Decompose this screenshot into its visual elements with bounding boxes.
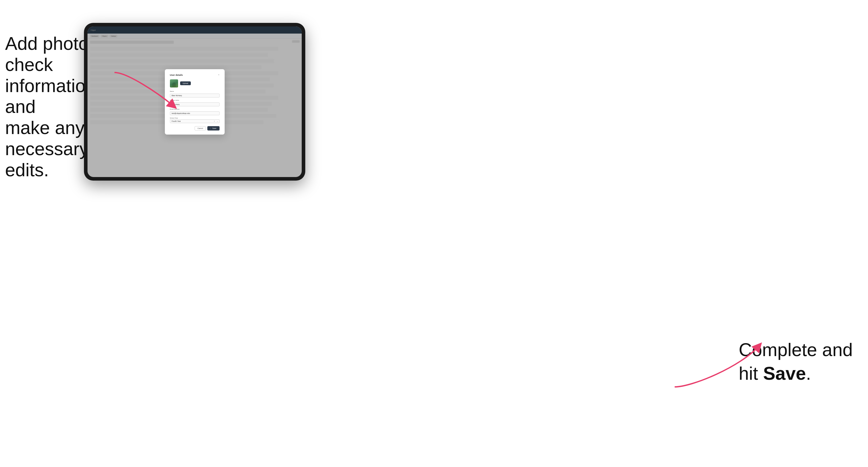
user-details-modal: User details × Upload Name	[165, 69, 225, 134]
email-label: Email address	[170, 108, 220, 110]
modal-footer: Cancel ↑ Save	[170, 126, 220, 130]
modal-overlay: User details × Upload Name	[88, 27, 302, 177]
school-year-select-wrapper: × ⌄	[170, 119, 220, 123]
name-field-group: Name	[170, 91, 220, 97]
email-field-group: Email address	[170, 108, 220, 115]
save-label: Save	[212, 127, 216, 129]
photo-section: Upload	[170, 80, 220, 88]
school-year-label: School Year	[170, 117, 220, 119]
email-input[interactable]	[170, 112, 220, 115]
school-year-field-group: School Year × ⌄	[170, 117, 220, 123]
display-name-label: Display name	[170, 99, 220, 101]
name-label: Name	[170, 91, 220, 92]
app-body: User details × Upload Name	[88, 39, 302, 177]
upload-photo-button[interactable]: Upload	[180, 82, 191, 85]
photo-image	[170, 80, 178, 88]
modal-header: User details ×	[170, 74, 220, 76]
display-name-field-group: Display name	[170, 99, 220, 106]
modal-title: User details	[170, 74, 183, 76]
tablet-shell: Clippd Dashboard Players Settings	[84, 23, 305, 181]
modal-close-button[interactable]: ×	[218, 74, 219, 76]
name-input[interactable]	[170, 94, 220, 97]
annotation-right: Complete and hit Save.	[739, 338, 853, 385]
save-button[interactable]: ↑ Save	[207, 126, 219, 130]
tablet-screen: Clippd Dashboard Players Settings	[88, 27, 302, 177]
chevron-down-icon: ⌄	[217, 120, 218, 122]
cancel-button[interactable]: Cancel	[195, 126, 206, 130]
display-name-input[interactable]	[170, 102, 220, 106]
school-year-clear-icon[interactable]: ×	[214, 120, 215, 122]
save-icon: ↑	[210, 127, 211, 129]
school-year-select[interactable]	[170, 119, 220, 123]
photo-thumbnail	[170, 80, 178, 88]
